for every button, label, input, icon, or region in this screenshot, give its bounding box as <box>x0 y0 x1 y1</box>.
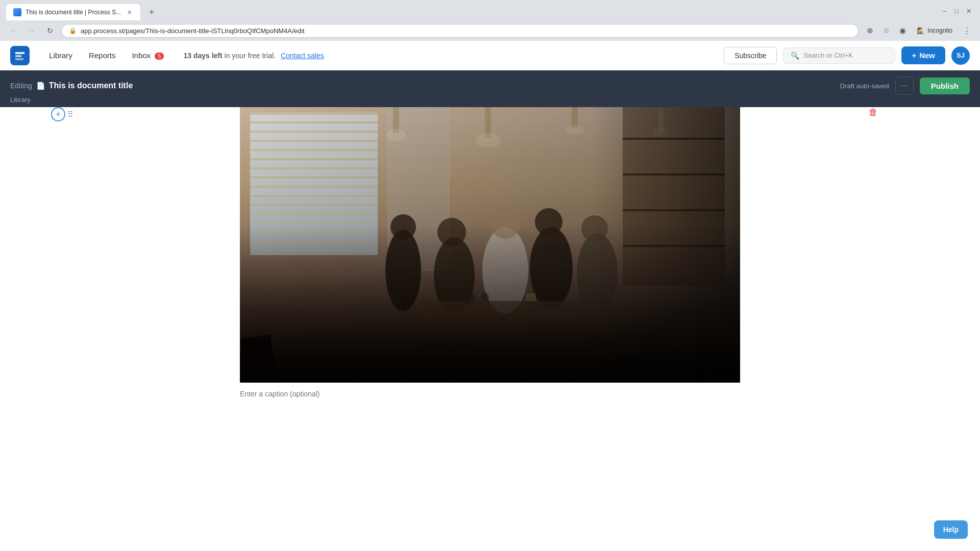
profile-icon-button[interactable]: ◉ <box>895 23 910 38</box>
new-btn-plus-icon: + <box>912 51 916 60</box>
library-nav-link[interactable]: Library <box>42 47 80 64</box>
browser-chrome: This is document title | Process S... ✕ … <box>0 0 980 41</box>
caption-area <box>240 383 740 405</box>
tab-title: This is document title | Process S... <box>26 9 121 16</box>
tab-favicon <box>13 8 21 16</box>
new-tab-button[interactable]: + <box>144 5 159 19</box>
app-nav: Library Reports Inbox 5 13 days left in … <box>0 41 980 70</box>
editing-label: Editing <box>10 82 32 90</box>
editing-bar-top: Editing 📄 This is document title Draft a… <box>10 77 970 95</box>
doc-title: This is document title <box>49 81 133 90</box>
search-bar[interactable]: 🔍 Search or Ctrl+K <box>783 47 895 64</box>
window-maximize-button[interactable]: □ <box>951 6 962 16</box>
bookmark-icon-button[interactable]: ☆ <box>879 23 893 38</box>
window-minimize-button[interactable]: − <box>939 6 949 16</box>
url-text: app.process.st/pages/This-is-document-ti… <box>81 27 851 35</box>
image-block <box>240 107 740 405</box>
block-controls: + ⠿ <box>51 107 74 121</box>
new-button[interactable]: + New <box>901 46 945 64</box>
inbox-label: Inbox <box>132 51 151 60</box>
inbox-badge: 5 <box>155 53 164 60</box>
forward-button[interactable]: → <box>24 23 39 38</box>
nav-links: Library Reports Inbox 5 <box>42 47 171 64</box>
tab-close-button[interactable]: ✕ <box>125 8 133 16</box>
add-block-button[interactable]: + <box>51 107 65 121</box>
image-placeholder <box>240 107 740 383</box>
inbox-nav-link[interactable]: Inbox 5 <box>125 47 171 64</box>
breadcrumb-row: Library <box>0 95 980 107</box>
plus-icon: + <box>56 109 61 120</box>
browser-toolbar: ← → ↻ 🔒 app.process.st/pages/This-is-doc… <box>0 20 980 41</box>
toolbar-icons: ⊗ ☆ ◉ 🕵 Incognito ⋮ <box>863 23 974 38</box>
help-button[interactable]: Help <box>934 520 968 539</box>
subscribe-button[interactable]: Subscribe <box>724 47 777 64</box>
app-wrapper: Library Reports Inbox 5 13 days left in … <box>0 41 980 550</box>
content-area: + ⠿ 🗑 <box>0 107 980 551</box>
trial-rest: in your free trial. <box>225 52 276 60</box>
nav-right: Subscribe 🔍 Search or Ctrl+K + New SJ <box>724 46 970 65</box>
breadcrumb: Library <box>10 96 31 104</box>
user-avatar[interactable]: SJ <box>951 46 970 65</box>
more-options-button[interactable]: ··· <box>895 77 914 95</box>
cafe-scene-svg <box>240 107 740 383</box>
delete-block-button[interactable]: 🗑 <box>869 107 878 118</box>
new-btn-label: New <box>919 51 935 60</box>
search-icon: 🔍 <box>791 52 799 60</box>
incognito-label: Incognito <box>927 27 952 34</box>
search-placeholder-text: Search or Ctrl+K <box>803 52 852 59</box>
window-controls: − □ ✕ <box>939 6 974 18</box>
browser-titlebar: This is document title | Process S... ✕ … <box>0 0 980 20</box>
svg-rect-48 <box>240 224 740 383</box>
editing-bar-wrapper: Editing 📄 This is document title Draft a… <box>0 70 980 107</box>
contact-sales-link[interactable]: Contact sales <box>281 52 324 60</box>
incognito-icon: 🕵 <box>917 27 924 34</box>
incognito-button[interactable]: 🕵 Incognito <box>912 25 958 36</box>
drag-handle[interactable]: ⠿ <box>67 110 74 119</box>
lock-icon: 🔒 <box>69 27 77 34</box>
trial-message: 13 days left in your free trial. <box>183 52 276 60</box>
window-close-button[interactable]: ✕ <box>964 6 974 16</box>
app-logo[interactable] <box>10 46 30 65</box>
trash-icon: 🗑 <box>869 107 878 117</box>
address-bar[interactable]: 🔒 app.process.st/pages/This-is-document-… <box>61 24 859 38</box>
refresh-button[interactable]: ↻ <box>43 23 57 38</box>
trial-banner: 13 days left in your free trial. Contact… <box>183 52 324 60</box>
editing-bar-right: Draft auto-saved ··· Publish <box>840 77 970 95</box>
trial-days: 13 days left <box>183 52 222 60</box>
back-button[interactable]: ← <box>6 23 20 38</box>
more-options-button[interactable]: ⋮ <box>960 23 974 38</box>
logo-svg <box>10 46 30 65</box>
reports-nav-link[interactable]: Reports <box>82 47 123 64</box>
auto-saved-label: Draft auto-saved <box>840 82 889 90</box>
publish-button[interactable]: Publish <box>920 78 970 94</box>
browser-tab[interactable]: This is document title | Process S... ✕ <box>6 4 140 20</box>
caption-input[interactable] <box>240 383 740 405</box>
cast-icon-button[interactable]: ⊗ <box>863 23 877 38</box>
doc-icon: 📄 <box>36 82 45 90</box>
